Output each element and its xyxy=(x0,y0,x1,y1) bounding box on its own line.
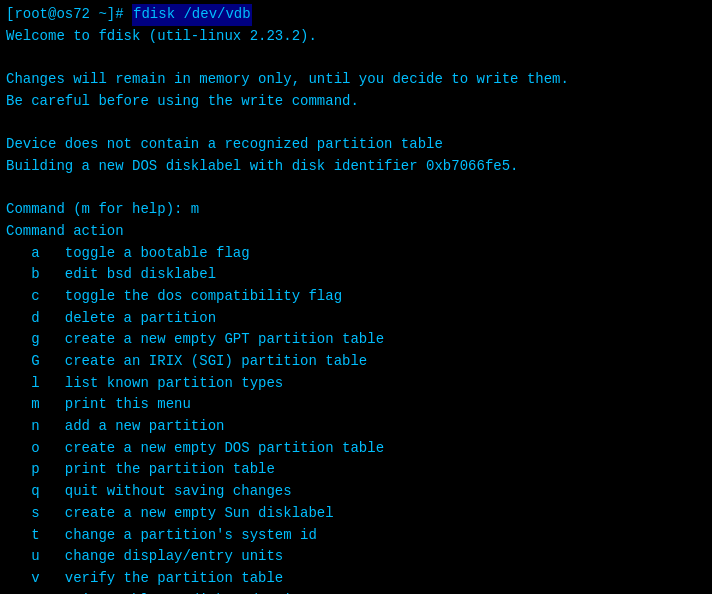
menu-item-m: m print this menu xyxy=(6,394,706,416)
prompt-text: [root@os72 ~]# xyxy=(6,4,132,26)
blank-1 xyxy=(6,47,706,69)
menu-item-t: t change a partition's system id xyxy=(6,525,706,547)
command-action-label: Command action xyxy=(6,221,706,243)
menu-item-G: G create an IRIX (SGI) partition table xyxy=(6,351,706,373)
menu-item-u: u change display/entry units xyxy=(6,546,706,568)
menu-item-n: n add a new partition xyxy=(6,416,706,438)
welcome-line: Welcome to fdisk (util-linux 2.23.2). xyxy=(6,26,706,48)
device-info-2: Building a new DOS disklabel with disk i… xyxy=(6,156,706,178)
menu-item-l: l list known partition types xyxy=(6,373,706,395)
menu-item-b: b edit bsd disklabel xyxy=(6,264,706,286)
menu-item-c: c toggle the dos compatibility flag xyxy=(6,286,706,308)
menu-item-s: s create a new empty Sun disklabel xyxy=(6,503,706,525)
blank-3 xyxy=(6,178,706,200)
device-info-1: Device does not contain a recognized par… xyxy=(6,134,706,156)
menu-item-a: a toggle a bootable flag xyxy=(6,243,706,265)
welcome-text: Welcome to fdisk (util-linux 2.23.2). xyxy=(6,26,317,48)
warning-line-2: Be careful before using the write comman… xyxy=(6,91,706,113)
menu-item-o: o create a new empty DOS partition table xyxy=(6,438,706,460)
menu-item-w: w write table to disk and exit xyxy=(6,590,706,594)
blank-2 xyxy=(6,112,706,134)
menu-item-p: p print the partition table xyxy=(6,459,706,481)
menu-item-g: g create a new empty GPT partition table xyxy=(6,329,706,351)
prompt-line: [root@os72 ~]# fdisk /dev/vdb xyxy=(6,4,706,26)
menu-item-q: q quit without saving changes xyxy=(6,481,706,503)
menu-item-d: d delete a partition xyxy=(6,308,706,330)
menu-item-v: v verify the partition table xyxy=(6,568,706,590)
fdisk-prompt: Command (m for help): m xyxy=(6,199,706,221)
command-text: fdisk /dev/vdb xyxy=(132,4,252,26)
terminal-window: [root@os72 ~]# fdisk /dev/vdb Welcome to… xyxy=(0,0,712,594)
warning-line-1: Changes will remain in memory only, unti… xyxy=(6,69,706,91)
